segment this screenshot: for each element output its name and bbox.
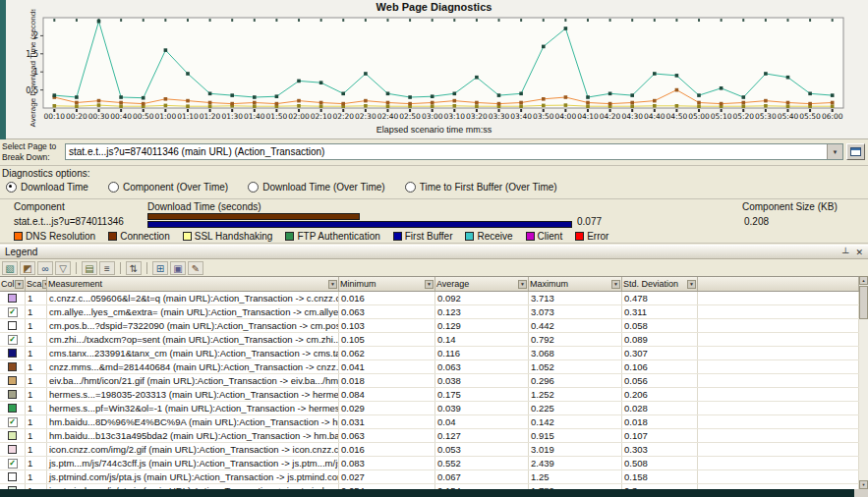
- legend-row[interactable]: 1hermes.s...=198035-203313 (main URL):Ac…: [0, 388, 859, 402]
- x-tick-label: 01:10: [177, 112, 199, 121]
- y-tick-label: 1.5: [26, 50, 38, 59]
- scroll-down-icon[interactable]: ▼: [859, 480, 868, 489]
- series-visible-checkbox[interactable]: ✓: [8, 459, 18, 469]
- data-point-marker: [208, 92, 212, 96]
- data-point-marker: [453, 92, 457, 96]
- legend-row[interactable]: 1hm.baidu...b13c31a495bda2 (main URL):Ac…: [0, 429, 859, 443]
- series-color-swatch[interactable]: [8, 349, 17, 358]
- color-cell: [0, 470, 26, 483]
- column-header-sca[interactable]: Sca▼: [26, 277, 47, 291]
- series-color-swatch[interactable]: [8, 445, 17, 454]
- diagnostics-radio-group: Download TimeComponent (Over Time)Downlo…: [6, 182, 557, 193]
- breakdown-options-button[interactable]: [846, 143, 865, 160]
- series-color-swatch[interactable]: [8, 472, 17, 481]
- legend-row[interactable]: 1c.cnzz.c...059606&l=2&t=q (main URL):Ac…: [0, 292, 859, 305]
- column-filter-dropdown-icon[interactable]: ▼: [518, 280, 527, 289]
- column-header-measurement[interactable]: Measurement▼: [47, 277, 339, 291]
- radio-circle-icon: [6, 182, 17, 193]
- column-filter-dropdown-icon[interactable]: ▼: [687, 280, 696, 289]
- line-chart[interactable]: 0.511.5200:1000:2000:3000:4000:5001:0001…: [0, 14, 868, 124]
- series-visible-checkbox[interactable]: ✓: [8, 307, 18, 317]
- chevron-down-icon[interactable]: ▼: [827, 144, 842, 159]
- color-chip-icon: [526, 232, 535, 241]
- series-visible-checkbox[interactable]: ✓: [8, 417, 18, 427]
- measurement-cell: cm.pos.b...?dspid=7322090 (main URL):Act…: [47, 319, 339, 332]
- radio-download-time-over-time[interactable]: Download Time (Over Time): [248, 182, 384, 193]
- data-point-marker: [653, 104, 657, 108]
- radio-component-over-time[interactable]: Component (Over Time): [108, 182, 228, 193]
- edit-icon[interactable]: ✎: [188, 261, 203, 275]
- series-color-swatch[interactable]: [8, 321, 17, 330]
- radio-label: Component (Over Time): [123, 182, 228, 193]
- column-header-minimum[interactable]: Minimum▼: [339, 277, 435, 291]
- column-header-std-deviation[interactable]: Std. Deviation▼: [622, 277, 698, 291]
- component-name[interactable]: stat.e.t...js?u=874011346: [14, 216, 124, 227]
- close-icon[interactable]: ✕: [855, 248, 863, 257]
- data-point-marker: [341, 92, 345, 96]
- scroll-up-icon[interactable]: ▲: [859, 276, 868, 285]
- column-header-label: Minimum: [340, 279, 376, 289]
- series-color-swatch[interactable]: [8, 376, 17, 385]
- series-color-swatch[interactable]: [8, 362, 17, 371]
- column-filter-dropdown-icon[interactable]: ▼: [425, 280, 434, 289]
- filter-icon[interactable]: ▽: [55, 261, 71, 275]
- scrollbar-thumb[interactable]: [859, 286, 868, 319]
- color-cell: [0, 388, 26, 401]
- legend-row[interactable]: ✓1hm.baidu...8D%96%E4%BC%9A (main URL):A…: [0, 415, 859, 429]
- copy-icon[interactable]: ▣: [170, 261, 186, 275]
- component-time-bar[interactable]: [147, 213, 737, 229]
- column-header-average[interactable]: Average▼: [435, 277, 529, 291]
- series-visible-checkbox[interactable]: ✓: [8, 335, 18, 345]
- page-combobox[interactable]: stat.e.t...js?u=874011346 (main URL) (Ac…: [65, 143, 843, 160]
- series-color-swatch[interactable]: [8, 390, 17, 399]
- sort-icon[interactable]: ⇅: [126, 261, 142, 275]
- grid-view-icon[interactable]: ⊞: [152, 261, 168, 275]
- legend-row[interactable]: 1cm.pos.b...?dspid=7322090 (main URL):Ac…: [0, 319, 859, 333]
- legend-row[interactable]: ✓1cm.allye...lyes_cm&extra= (main URL):A…: [0, 305, 859, 319]
- legend-row[interactable]: 1icon.cnzz.com/img/2.gif (main URL):Acti…: [0, 443, 859, 457]
- scale-cell: 1: [26, 319, 47, 332]
- table-scrollbar[interactable]: ▲ ▼: [859, 276, 868, 489]
- column-header-maximum[interactable]: Maximum▼: [529, 277, 622, 291]
- data-point-marker: [97, 99, 101, 103]
- web-page-diagnostics-window: Web Page Diagnostics Average Download Ti…: [0, 0, 868, 497]
- configure-measurements-icon[interactable]: ▧: [2, 261, 18, 275]
- color-palette-icon[interactable]: ◩: [20, 261, 35, 275]
- legend-row[interactable]: 1cms.tanx...233991&tanx_cm (main URL):Ac…: [0, 347, 859, 360]
- pin-icon[interactable]: ┴: [842, 248, 848, 257]
- legend-row[interactable]: 1cnzz.mms...&md=281440684 (main URL):Act…: [0, 360, 859, 374]
- x-tick-label: 04:50: [666, 112, 688, 121]
- x-tick-label: 03:50: [533, 112, 554, 121]
- legend-row[interactable]: ✓1js.ptm...m/js/744c3cff.js (main URL):A…: [0, 457, 859, 470]
- radio-time-to-first-buffer-over-time[interactable]: Time to First Buffer (Over Time): [405, 182, 557, 193]
- data-point-marker: [630, 104, 634, 108]
- legend-row[interactable]: 1hermes.s...pf=Win32&ol=-1 (main URL):Ac…: [0, 402, 859, 415]
- data-point-marker: [53, 104, 57, 108]
- column-header-col[interactable]: Col▼: [0, 277, 26, 291]
- scale-cell: 1: [26, 374, 47, 387]
- measurement-cell: hm.baidu...8D%96%E4%BC%9A (main URL):Act…: [47, 415, 339, 428]
- export-icon[interactable]: ▤: [82, 261, 97, 275]
- measurement-description-icon[interactable]: ∞: [37, 261, 53, 275]
- raw-data-icon[interactable]: ≡: [99, 261, 115, 275]
- x-tick-label: 01:50: [266, 112, 288, 121]
- legend-row[interactable]: 1eiv.ba.../hmt/icon/21.gif (main URL):Ac…: [0, 374, 859, 388]
- std-deviation-cell: 0.307: [622, 347, 698, 359]
- resize-corner[interactable]: [854, 489, 868, 497]
- data-point-marker: [97, 103, 101, 107]
- minimum-cell: 0.063: [339, 429, 435, 442]
- column-filter-dropdown-icon[interactable]: ▼: [15, 280, 24, 289]
- phase-color-legend: DNS ResolutionConnectionSSL HandshakingF…: [0, 229, 868, 244]
- column-filter-dropdown-icon[interactable]: ▼: [611, 280, 620, 289]
- phase-legend-item-client: Client: [526, 231, 563, 242]
- select-page-label: Select Page to Break Down:: [2, 141, 63, 162]
- average-cell: 0.127: [435, 429, 529, 442]
- series-color-swatch[interactable]: [8, 404, 17, 413]
- legend-row[interactable]: 1js.ptmind.com/js/pta.js (main URL):Acti…: [0, 470, 859, 484]
- series-color-swatch[interactable]: [8, 431, 17, 440]
- series-color-swatch[interactable]: [8, 294, 17, 303]
- data-point-marker: [608, 92, 612, 96]
- column-filter-dropdown-icon[interactable]: ▼: [328, 280, 337, 289]
- legend-row[interactable]: ✓1cm.zhi.../txadxcm?op=sent (main URL):A…: [0, 333, 859, 347]
- radio-download-time[interactable]: Download Time: [6, 182, 88, 193]
